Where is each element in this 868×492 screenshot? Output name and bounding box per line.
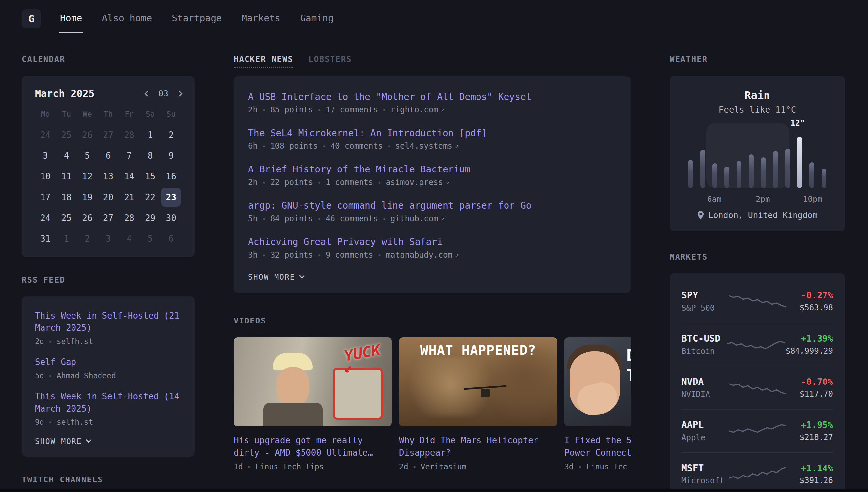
market-row[interactable]: AAPL Apple +1.95% $218.27	[682, 409, 833, 452]
news-item-source-link[interactable]: righto.com	[378, 105, 445, 115]
news-item-title[interactable]: Achieving Great Privacy with Safari	[248, 237, 443, 247]
nav-tab-gaming[interactable]: Gaming	[299, 5, 334, 33]
news-item-source-link[interactable]: sel4.systems	[383, 142, 459, 151]
external-link-icon	[452, 142, 459, 151]
section-title-weather: WEATHER	[669, 55, 845, 64]
calendar-day: 10	[36, 167, 55, 186]
calendar-day: 27	[99, 208, 117, 227]
weather-hour-bar	[712, 163, 717, 188]
rss-item-age: 9d	[35, 418, 44, 426]
news-item-source-link[interactable]: matanabudy.com	[373, 250, 459, 260]
video-title[interactable]: Why Did The Mars Helicopter Disappear?	[399, 434, 557, 459]
video-title[interactable]: I Fixed the 5 Power Connect	[564, 434, 631, 459]
calendar-section: CALENDAR March 2025 03 MoTuWeThFrSaSu242…	[22, 55, 195, 257]
video-thumbnail[interactable]: DO TH	[564, 337, 631, 426]
news-item-title[interactable]: The SeL4 Microkernel: An Introduction [p…	[248, 128, 487, 139]
nav-tab-markets[interactable]: Markets	[241, 5, 281, 33]
market-ticker: SPY	[682, 290, 728, 301]
nav-tab-home[interactable]: Home	[59, 5, 83, 33]
nav-tabs: Home Also home Startpage Markets Gaming	[59, 5, 334, 33]
dashboard-page: G Home Also home Startpage Markets Gamin…	[0, 0, 868, 492]
calendar-day: 9	[161, 146, 181, 165]
news-item-age: 2h	[248, 178, 258, 187]
news-item-comments-link[interactable]: 46 comments	[313, 214, 378, 223]
rss-item: This Week in Self-Hosted (21 March 2025)…	[35, 310, 182, 346]
news-tab-hacker-news[interactable]: HACKER NEWS	[234, 55, 293, 68]
news-tabs: HACKER NEWS LOBSTERS	[234, 55, 631, 68]
market-name: Bitcoin	[682, 347, 726, 356]
rss-item-title[interactable]: This Week in Self-Hosted (14 March 2025)	[35, 390, 182, 415]
news-item-source-link[interactable]: github.com	[378, 214, 445, 223]
app-logo[interactable]: G	[22, 9, 41, 28]
nav-tab-also-home[interactable]: Also home	[101, 5, 153, 33]
news-show-more-button[interactable]: SHOW MORE	[248, 273, 304, 281]
market-sparkline	[726, 335, 786, 355]
news-item-comments-link[interactable]: 1 comments	[313, 178, 373, 187]
calendar-grid: MoTuWeThFrSaSu24252627281234567891011121…	[35, 107, 182, 248]
calendar-header: March 2025 03	[35, 88, 182, 99]
market-row[interactable]: MSFT Microsoft +1.14% $391.26	[682, 452, 833, 492]
market-name: Microsoft	[682, 476, 728, 485]
market-name: NVIDIA	[682, 390, 728, 399]
market-row[interactable]: SPY S&P 500 -0.27% $563.98	[682, 280, 833, 322]
market-price: $117.70	[787, 390, 833, 399]
rss-show-more-button[interactable]: SHOW MORE	[35, 437, 90, 445]
news-tab-lobsters[interactable]: LOBSTERS	[309, 55, 352, 64]
market-sparkline	[728, 421, 787, 441]
top-nav: G Home Also home Startpage Markets Gamin…	[0, 0, 868, 33]
news-item-comments-link[interactable]: 40 comments	[318, 142, 383, 151]
calendar-weekday-label: Mo	[35, 107, 56, 124]
next-month-button[interactable]	[177, 91, 183, 96]
thumbnail-art	[478, 347, 557, 420]
video-meta: 2d Veritasium	[399, 462, 557, 471]
news-item-title[interactable]: A USB Interface to the "Mother of All De…	[248, 91, 531, 102]
weather-hour-bar	[761, 157, 766, 188]
video-thumbnail[interactable]: WHAT HAPPENED?	[399, 337, 557, 426]
market-name: Apple	[682, 433, 728, 442]
calendar-day-selected: 23	[161, 188, 181, 207]
weather-hour-bar	[785, 149, 790, 188]
weather-hour-bar	[688, 160, 693, 188]
news-item-title[interactable]: argp: GNU-style command line argument pa…	[248, 200, 531, 211]
calendar-day: 30	[161, 208, 181, 227]
section-title-rss: RSS FEED	[22, 275, 195, 285]
news-item-source-text: matanabudy.com	[386, 250, 452, 260]
calendar-nav: 03	[145, 89, 182, 98]
calendar-day: 8	[141, 146, 160, 165]
news-item-meta: 6h 108 points 40 comments sel4.systems	[248, 142, 616, 151]
market-change: -0.70%	[787, 376, 833, 387]
calendar-day: 11	[57, 167, 76, 186]
video-thumbnail[interactable]: YUCK ↓	[234, 337, 392, 426]
news-item-meta: 2h 22 points 1 comments asimov.press	[248, 178, 616, 187]
calendar-day: 18	[57, 188, 76, 207]
calendar-day: 27	[99, 125, 117, 144]
rss-item-title[interactable]: This Week in Self-Hosted (21 March 2025)	[35, 310, 182, 334]
news-item-comments-link[interactable]: 9 comments	[313, 250, 373, 260]
news-item-source-link[interactable]: asimov.press	[373, 178, 449, 187]
calendar-day: 2	[78, 229, 97, 248]
video-age: 2d	[399, 462, 408, 471]
calendar-day: 19	[78, 188, 97, 207]
section-title-videos: VIDEOS	[234, 316, 631, 325]
prev-month-button[interactable]	[144, 91, 150, 96]
rss-item-title[interactable]: Self Gap	[35, 356, 182, 368]
news-item-source-text: github.com	[391, 214, 438, 223]
market-values: -0.27% $563.98	[787, 290, 833, 312]
market-ticker: BTC-USD	[682, 333, 726, 344]
market-row[interactable]: BTC-USD Bitcoin +1.39% $84,999.29	[682, 322, 833, 366]
market-row[interactable]: NVDA NVIDIA -0.70% $117.70	[682, 366, 833, 409]
weather-card: Rain Feels like 11°C 12° 6am2pm10pm Lond…	[669, 76, 845, 231]
weather-hourly-chart: 12°	[688, 132, 826, 188]
news-item-comments-link[interactable]: 17 comments	[313, 105, 378, 115]
calendar-month-number: 03	[158, 89, 168, 98]
video-title[interactable]: His upgrade got me really dirty - AMD $5…	[234, 434, 392, 459]
news-item-age: 6h	[248, 142, 258, 151]
section-title-calendar: CALENDAR	[22, 55, 195, 64]
nav-tab-startpage[interactable]: Startpage	[171, 5, 222, 33]
news-item-source-text: sel4.systems	[395, 142, 452, 151]
market-info: MSFT Microsoft	[682, 463, 728, 485]
news-item-title[interactable]: A Brief History of the Miracle Bacterium	[248, 164, 470, 175]
market-change: +1.14%	[787, 463, 833, 473]
market-price: $84,999.29	[786, 346, 834, 355]
news-section: HACKER NEWS LOBSTERS A USB Interface to …	[234, 55, 631, 293]
